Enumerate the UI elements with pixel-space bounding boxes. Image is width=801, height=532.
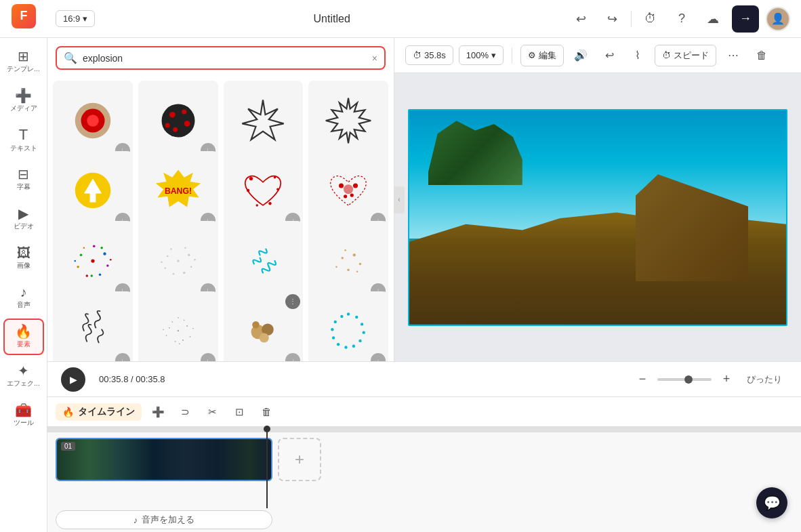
delete-button[interactable]: 🗑 [750, 44, 773, 67]
help-button[interactable]: ? [670, 7, 694, 31]
chat-button[interactable]: 💬 [756, 487, 787, 518]
zoom-slider[interactable] [657, 378, 712, 381]
sticker-item[interactable]: BANG! ↓ [138, 151, 218, 231]
timeline-title-text: タイムライン [78, 406, 135, 418]
sidebar-item-image[interactable]: 🖼 画像 [3, 240, 44, 277]
sidebar-item-audio[interactable]: ♪ 音声 [3, 279, 44, 316]
sticker-item[interactable]: ↓ [53, 221, 133, 301]
sticker-item[interactable] [224, 221, 304, 301]
sticker-red-circle [61, 89, 125, 152]
sidebar-item-template[interactable]: ⊞ テンプレ... [3, 43, 44, 80]
sticker-brown-circles [231, 299, 295, 361]
delete-clip-button[interactable]: 🗑 [255, 401, 277, 423]
chevron-down-icon: ▾ [83, 14, 87, 24]
sticker-item[interactable]: ↓ [308, 221, 388, 301]
cloud-button[interactable]: ☁ [701, 7, 725, 31]
svg-point-17 [247, 189, 249, 192]
svg-point-33 [83, 247, 85, 249]
zoom-control[interactable]: 100% ▾ [459, 45, 504, 65]
text-icon: T [19, 127, 28, 142]
zoom-in-button[interactable]: + [717, 370, 736, 389]
sticker-item[interactable]: ↓ [138, 291, 218, 362]
sticker-item[interactable]: ↓ [53, 81, 133, 161]
timeline-track[interactable]: 01 [56, 438, 272, 481]
sticker-item[interactable]: ⋮ ↓ [224, 291, 304, 362]
audio-icon-button[interactable]: 🔊 [569, 44, 592, 67]
copy-button[interactable]: ⊡ [228, 401, 250, 423]
svg-point-26 [91, 259, 94, 262]
user-avatar[interactable]: 👤 [766, 7, 790, 31]
redo-button[interactable]: ↪ [600, 7, 624, 31]
export-button[interactable]: → [732, 5, 759, 33]
sidebar-item-media[interactable]: ➕ メディア [3, 83, 44, 119]
sticker-white-dots [146, 229, 210, 293]
split-tool-button[interactable]: ⊃ [174, 401, 196, 423]
add-scene-button[interactable]: + [278, 438, 321, 481]
svg-point-51 [353, 253, 356, 256]
svg-point-40 [167, 255, 169, 258]
aspect-ratio-button[interactable]: 16:9 ▾ [56, 10, 95, 27]
download-icon[interactable]: ↓ [115, 353, 130, 361]
music-icon: ♪ [134, 515, 138, 525]
cut-button[interactable]: ✂ [201, 401, 223, 423]
svg-point-55 [344, 249, 346, 251]
sticker-item[interactable]: ↓ [224, 151, 304, 231]
fit-button[interactable]: ぴったり [741, 371, 787, 388]
svg-point-19 [256, 205, 259, 207]
svg-point-3 [161, 104, 194, 137]
sidebar-item-video[interactable]: ▶ ビデオ [3, 201, 44, 237]
edit-button[interactable]: ⚙ 編集 [520, 45, 564, 66]
sidebar-item-label: テンプレ... [7, 64, 39, 74]
add-audio-label: 音声を加える [142, 514, 194, 526]
sidebar-item-text[interactable]: T テキスト [3, 122, 44, 159]
svg-point-80 [352, 345, 355, 348]
sticker-item[interactable] [308, 81, 388, 161]
search-clear-button[interactable]: × [372, 53, 377, 64]
split-button[interactable]: ⌇ [626, 44, 649, 67]
play-button[interactable]: ▶ [61, 367, 85, 392]
undo-button[interactable]: ↩ [569, 7, 593, 31]
zoom-slider-thumb [684, 375, 693, 384]
speed-label: スピード [674, 49, 709, 62]
svg-point-21 [344, 185, 353, 195]
svg-point-78 [363, 331, 365, 334]
document-title[interactable]: Untitled [102, 13, 562, 25]
timeline-title: 🔥 タイムライン [56, 403, 142, 421]
app-logo[interactable]: F [9, 1, 39, 31]
sticker-item[interactable]: ↓ [53, 291, 133, 362]
collapse-panel-button[interactable]: ‹ [394, 186, 405, 213]
search-input[interactable] [83, 53, 367, 64]
sticker-item[interactable]: ↓ [308, 151, 388, 231]
sidebar-item-caption[interactable]: ⊟ 字幕 [3, 161, 44, 198]
svg-point-75 [347, 313, 350, 316]
canvas-image[interactable] [408, 109, 787, 326]
svg-point-7 [173, 127, 178, 132]
sidebar-item-effect[interactable]: ✦ エフェク... [3, 358, 44, 394]
sidebar-item-label: ビデオ [14, 222, 34, 231]
sticker-item[interactable]: ↓ [138, 81, 218, 161]
svg-point-64 [171, 321, 173, 323]
duration-display[interactable]: ⏱ 35.8s [405, 45, 453, 65]
add-audio-button[interactable]: ♪ 音声を加える [56, 510, 272, 529]
download-icon[interactable]: ↓ [201, 353, 215, 361]
svg-point-66 [192, 328, 194, 329]
svg-point-82 [337, 343, 340, 346]
timer-button[interactable]: ⏱ [638, 7, 663, 31]
more-icon[interactable]: ⋮ [285, 294, 300, 309]
svg-point-15 [249, 177, 253, 180]
zoom-out-button[interactable]: − [633, 370, 652, 389]
sticker-item[interactable]: ↓ [308, 291, 388, 362]
sidebar-item-label: ツール [14, 418, 34, 428]
add-clip-button[interactable]: ➕ [147, 401, 169, 423]
sticker-item[interactable]: ↓ [138, 221, 218, 301]
speed-button[interactable]: ⏱ スピード [655, 45, 716, 66]
sidebar-item-tool[interactable]: 🧰 ツール [3, 397, 44, 434]
undo-edit-button[interactable]: ↩ [598, 44, 621, 67]
download-icon[interactable]: ↓ [285, 353, 300, 361]
sticker-item[interactable]: ↓ [53, 151, 133, 231]
sticker-item[interactable] [224, 81, 304, 161]
download-icon[interactable]: ↓ [371, 353, 386, 361]
sticker-grid: ↓ [47, 75, 394, 361]
sidebar-item-element[interactable]: 🔥 要素 [3, 319, 44, 355]
more-options-button[interactable]: ⋯ [722, 44, 745, 67]
